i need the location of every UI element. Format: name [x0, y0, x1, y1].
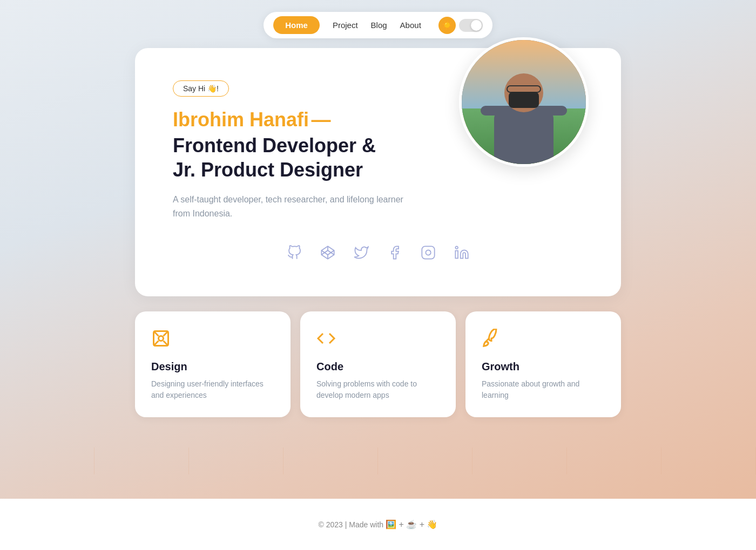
theme-toggle[interactable]: ☀️ — [438, 17, 483, 34]
grid-line — [662, 447, 756, 474]
growth-name: Growth — [482, 361, 605, 373]
footer-text: © 2023 | Made with — [319, 520, 384, 529]
skill-card-code: Code Solving problems with code to devel… — [300, 311, 456, 417]
svg-point-8 — [159, 336, 164, 341]
grid-line — [378, 447, 473, 474]
grid-line — [0, 447, 94, 474]
person-head — [504, 73, 543, 112]
footer-emojis: 🖼️ + ☕ + 👋 — [386, 519, 437, 529]
hero-title-line2: Jr. Product Designer — [173, 159, 363, 181]
navbar: Home Project Blog About ☀️ — [0, 0, 756, 38]
svg-rect-5 — [455, 251, 458, 259]
design-name: Design — [151, 361, 274, 373]
growth-desc: Passionate about growth and learning — [482, 378, 605, 401]
hero-title-line1: Frontend Developer & — [173, 134, 376, 157]
grid-line — [189, 447, 284, 474]
hero-card: Say Hi 👋! Ibrohim Hanafi — Frontend Deve… — [135, 48, 621, 296]
hero-dash: — — [311, 108, 330, 131]
avatar — [459, 37, 589, 167]
social-icons — [173, 243, 583, 262]
person-torso — [494, 110, 554, 164]
github-icon[interactable] — [285, 243, 304, 262]
person-mask — [509, 92, 539, 108]
grid-line — [284, 447, 378, 474]
instagram-icon[interactable] — [418, 243, 438, 262]
avatar-placeholder — [462, 40, 586, 164]
nav-pill: Home Project Blog About ☀️ — [264, 12, 492, 38]
svg-rect-3 — [422, 247, 434, 259]
skills-row: Design Designing user-friendly interface… — [135, 311, 621, 417]
code-desc: Solving problems with code to develop mo… — [316, 378, 440, 401]
toggle-switch[interactable] — [459, 19, 483, 32]
linkedin-icon[interactable] — [452, 243, 471, 262]
toggle-knob — [471, 20, 482, 31]
twitter-icon[interactable] — [352, 243, 371, 262]
person-figure — [494, 73, 554, 164]
codepen-icon[interactable] — [318, 243, 338, 262]
facebook-icon[interactable] — [385, 243, 404, 262]
code-icon — [316, 329, 440, 352]
nav-home[interactable]: Home — [273, 16, 320, 34]
skill-card-design: Design Designing user-friendly interface… — [135, 311, 291, 417]
design-icon — [151, 329, 274, 352]
svg-point-6 — [455, 247, 458, 249]
code-name: Code — [316, 361, 440, 373]
hero-name: Ibrohim Hanafi — [173, 108, 309, 131]
hero-description: A self-taught developer, tech researcher… — [173, 193, 410, 220]
nav-blog[interactable]: Blog — [371, 21, 387, 30]
growth-icon — [482, 329, 605, 352]
sun-icon[interactable]: ☀️ — [438, 17, 456, 34]
grid-line — [567, 447, 662, 474]
grid-line — [473, 447, 567, 474]
grid-lines — [0, 447, 756, 474]
skill-card-growth: Growth Passionate about growth and learn… — [465, 311, 621, 417]
nav-project[interactable]: Project — [333, 21, 358, 30]
design-desc: Designing user-friendly interfaces and e… — [151, 378, 274, 401]
footer: © 2023 | Made with 🖼️ + ☕ + 👋 — [0, 499, 756, 550]
nav-about[interactable]: About — [400, 21, 421, 30]
grid-line — [94, 447, 189, 474]
say-hi-badge[interactable]: Say Hi 👋! — [173, 80, 229, 97]
